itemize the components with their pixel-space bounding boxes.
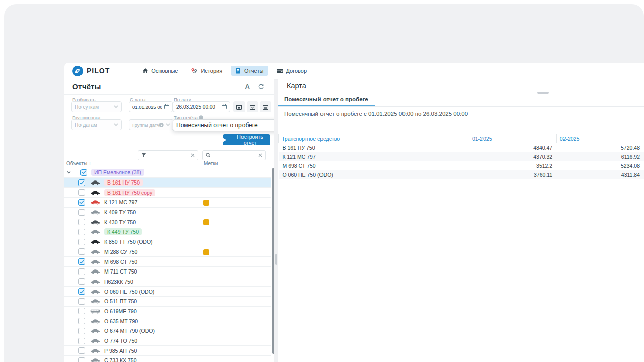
nav-item-osnovnye[interactable]: Основные bbox=[138, 66, 182, 76]
vehicle-row[interactable]: В 161 НУ 750 bbox=[64, 178, 271, 188]
vehicle-row[interactable]: С 733 КХ 750 bbox=[64, 356, 271, 362]
tag-marker[interactable] bbox=[203, 249, 209, 255]
date-to-input[interactable]: 26.03.2025 00:00 bbox=[173, 101, 230, 112]
logo-text: PILOT bbox=[87, 67, 110, 75]
row-checkbox[interactable] bbox=[78, 308, 85, 314]
report-table-row[interactable]: О 060 НЕ 750 (ODO)3760.114311.84 bbox=[279, 170, 644, 179]
report-type-select[interactable]: Помесячный отчет о пробеге bbox=[173, 119, 274, 131]
quick-date-range-button[interactable] bbox=[260, 101, 271, 112]
clear-icon[interactable] bbox=[191, 153, 195, 157]
logo-icon bbox=[72, 66, 83, 76]
panel-splitter-handle[interactable] bbox=[275, 254, 277, 265]
row-checkbox[interactable] bbox=[78, 328, 85, 334]
report-summary: Помесячный отчет о пробеге с 01.01.2025 … bbox=[284, 111, 468, 117]
vehicle-row[interactable]: К 409 ТУ 750 bbox=[64, 208, 271, 218]
row-checkbox[interactable] bbox=[78, 179, 85, 186]
vehicle-row[interactable]: О 511 ПТ 750 bbox=[64, 297, 271, 307]
report-table-header-row: Транспортное средство01-202502-2025 bbox=[279, 134, 644, 143]
group-label: ИП Емельянов (38) bbox=[91, 169, 144, 176]
build-report-button[interactable]: Построить отчёт bbox=[223, 134, 270, 145]
vehicle-row[interactable]: К 850 ТТ 750 (ODO) bbox=[64, 237, 271, 247]
vehicle-row[interactable]: К 449 ТУ 750 bbox=[64, 227, 271, 237]
map-panel: Карта Помесячный отчет о пробеге Помесяч… bbox=[278, 79, 644, 362]
date-from-input[interactable]: 01.01.2025 00:00 bbox=[129, 101, 173, 112]
row-checkbox[interactable] bbox=[78, 288, 85, 295]
nav-item-istoriya[interactable]: История bbox=[186, 66, 227, 76]
report-value-cell: 5234.08 bbox=[556, 161, 644, 170]
vehicle-row[interactable]: В 161 НУ 750 copy bbox=[64, 188, 271, 198]
info-icon bbox=[159, 123, 164, 127]
active-tab-underline bbox=[278, 105, 375, 106]
nav-item-otchety[interactable]: Отчёты bbox=[231, 66, 268, 76]
objects-column-header[interactable]: Объекты ↑ bbox=[66, 161, 91, 166]
search-row bbox=[64, 148, 274, 161]
group-expand-toggle[interactable] bbox=[66, 170, 71, 175]
report-vehicle-cell: М 698 СТ 750 bbox=[279, 161, 469, 170]
pins-icon bbox=[191, 68, 198, 74]
vehicle-row[interactable]: М 711 СТ 750 bbox=[64, 267, 271, 277]
row-checkbox[interactable] bbox=[78, 258, 85, 265]
clear-icon[interactable] bbox=[258, 153, 262, 157]
report-table-row[interactable]: М 698 СТ 7503512.25234.08 bbox=[279, 161, 644, 170]
report-table-row[interactable]: К 121 МС 7974370.326116.92 bbox=[279, 152, 644, 161]
search-input[interactable] bbox=[202, 150, 266, 160]
vehicle-row[interactable]: О 674 МТ 790 (ODO) bbox=[64, 326, 271, 336]
vehicle-label: С 733 КХ 750 bbox=[104, 357, 137, 362]
vehicle-icon bbox=[90, 348, 100, 353]
row-checkbox[interactable] bbox=[78, 268, 85, 275]
report-table-row[interactable]: В 161 НУ 7504840.475720.48 bbox=[279, 143, 644, 152]
vehicle-label: К 121 МС 797 bbox=[104, 199, 137, 205]
report-vehicle-cell: К 121 МС 797 bbox=[279, 152, 469, 161]
calendar-day-icon bbox=[236, 104, 242, 110]
brand-logo[interactable]: PILOT bbox=[64, 66, 117, 76]
vehicle-icon bbox=[90, 269, 100, 274]
vehicle-label: В 161 НУ 750 copy bbox=[104, 189, 155, 196]
sensor-groups-select[interactable]: Группы датчиков bbox=[129, 119, 174, 130]
filter-input[interactable] bbox=[138, 150, 198, 160]
font-size-button[interactable]: A bbox=[245, 83, 250, 90]
refresh-button[interactable] bbox=[258, 83, 264, 90]
list-scrollbar[interactable] bbox=[272, 168, 274, 354]
report-column-header[interactable]: Транспортное средство bbox=[279, 134, 469, 143]
row-checkbox[interactable] bbox=[78, 239, 85, 245]
vehicle-row[interactable]: К 121 МС 797 bbox=[64, 198, 271, 208]
chevron-down-icon bbox=[166, 123, 170, 126]
tag-marker[interactable] bbox=[203, 219, 209, 225]
vehicle-row[interactable]: К 430 ТУ 750 bbox=[64, 217, 271, 227]
group-row[interactable]: ИП Емельянов (38) bbox=[64, 168, 271, 178]
breakdown-select[interactable]: По суткам bbox=[71, 101, 122, 112]
vehicle-icon bbox=[90, 210, 100, 215]
row-checkbox[interactable] bbox=[78, 189, 85, 196]
vehicle-row[interactable]: М 698 СТ 750 bbox=[64, 257, 271, 267]
quick-date-day-button[interactable] bbox=[233, 101, 245, 112]
vehicle-row[interactable]: О 619МЕ 790 bbox=[64, 307, 271, 317]
vehicle-icon bbox=[90, 249, 100, 254]
row-checkbox[interactable] bbox=[80, 169, 87, 176]
vehicle-row[interactable]: О 060 НЕ 750 (ODO) bbox=[64, 287, 271, 297]
row-checkbox[interactable] bbox=[78, 347, 85, 354]
report-column-header[interactable]: 02-2025 bbox=[556, 134, 644, 143]
vehicle-row[interactable]: Н623КК 750 bbox=[64, 277, 271, 287]
vehicle-row[interactable]: М 288 СУ 750 bbox=[64, 247, 271, 257]
report-column-header[interactable]: 01-2025 bbox=[469, 134, 556, 143]
search-icon bbox=[206, 153, 211, 158]
row-checkbox[interactable] bbox=[78, 219, 85, 225]
row-checkbox[interactable] bbox=[78, 248, 85, 255]
vehicle-row[interactable]: Р 985 АН 750 bbox=[64, 346, 271, 356]
row-checkbox[interactable] bbox=[78, 357, 85, 362]
row-checkbox[interactable] bbox=[78, 298, 85, 305]
vehicle-icon bbox=[90, 190, 100, 195]
row-checkbox[interactable] bbox=[78, 338, 85, 344]
row-checkbox[interactable] bbox=[78, 318, 85, 324]
row-checkbox[interactable] bbox=[78, 209, 85, 216]
tag-marker[interactable] bbox=[203, 200, 209, 206]
document-icon bbox=[235, 68, 241, 74]
vehicle-row[interactable]: О 635 МТ 790 bbox=[64, 316, 271, 326]
row-checkbox[interactable] bbox=[78, 199, 85, 206]
row-checkbox[interactable] bbox=[78, 229, 85, 235]
row-checkbox[interactable] bbox=[78, 278, 85, 285]
grouping-select[interactable]: По датам bbox=[71, 119, 122, 130]
nav-item-dogovor[interactable]: Договор bbox=[272, 66, 312, 76]
quick-date-check-button[interactable] bbox=[247, 101, 258, 112]
vehicle-row[interactable]: О 774 ТО 750 bbox=[64, 336, 271, 346]
